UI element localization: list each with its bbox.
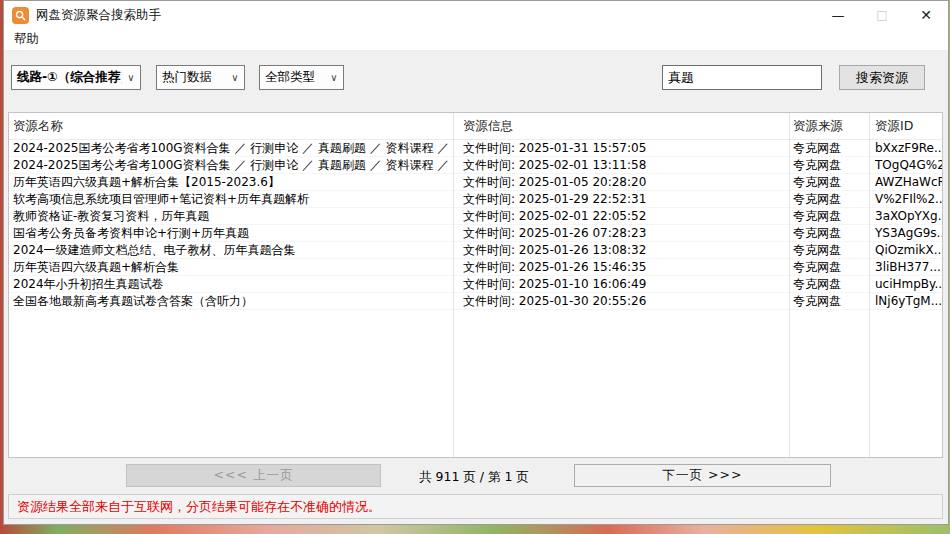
resource-name-cell: 历年英语四六级真题+解析合集 [9, 259, 453, 275]
resource-id-cell: 3liBH377... [869, 259, 942, 275]
pagination-bar: <<< 上一页 共 911 页 / 第 1 页 下一页 >>> [4, 458, 948, 494]
header-resource-info: 资源信息 [453, 118, 789, 135]
resource-source-cell: 夸克网盘 [789, 174, 869, 190]
status-bar: 资源结果全部来自于互联网，分页结果可能存在不准确的情况。 [8, 494, 943, 519]
table-row[interactable]: 2024一级建造师文档总结、电子教材、历年真题合集 文件时间: 2025-01-… [9, 242, 942, 259]
chevron-down-icon: ∨ [122, 72, 140, 83]
chevron-down-icon: ∨ [325, 72, 343, 83]
resource-info-cell: 文件时间: 2025-01-29 22:52:31 [453, 191, 789, 207]
resource-id-cell: V%2FIl%2... [869, 191, 942, 207]
type-select-value: 全部类型 [260, 69, 325, 86]
table-row[interactable]: 国省考公务员备考资料申论+行测+历年真题 文件时间: 2025-01-26 07… [9, 225, 942, 242]
resource-name-cell: 国省考公务员备考资料申论+行测+历年真题 [9, 225, 453, 241]
column-divider [789, 113, 790, 457]
type-select[interactable]: 全部类型 ∨ [259, 65, 344, 90]
data-source-select[interactable]: 热门数据 ∨ [156, 65, 245, 90]
table-row[interactable]: 软考高项信息系统项目管理师+笔记资料+历年真题解析 文件时间: 2025-01-… [9, 191, 942, 208]
resource-info-cell: 文件时间: 2025-01-30 20:55:26 [453, 293, 789, 309]
table-row[interactable]: 2024-2025国考公考省考100G资料合集 ／ 行测申论 ／ 真题刷题 ／ … [9, 157, 942, 174]
resource-source-cell: 夸克网盘 [789, 293, 869, 309]
resource-source-cell: 夸克网盘 [789, 225, 869, 241]
resource-name-cell: 2024-2025国考公考省考100G资料合集 ／ 行测申论 ／ 真题刷题 ／ … [9, 157, 453, 173]
resource-info-cell: 文件时间: 2025-02-01 13:11:58 [453, 157, 789, 173]
window-controls: — □ ✕ [816, 1, 948, 29]
resource-source-cell: 夸克网盘 [789, 242, 869, 258]
next-page-button[interactable]: 下一页 >>> [574, 464, 831, 487]
resource-info-cell: 文件时间: 2025-02-01 22:05:52 [453, 208, 789, 224]
search-button[interactable]: 搜索资源 [839, 65, 925, 90]
app-window: 网盘资源聚合搜索助手 — □ ✕ 帮助 线路-①（综合推荐） ∨ 热门数据 ∨ … [3, 0, 949, 525]
route-select-value: 线路-①（综合推荐） [12, 69, 122, 86]
table-header: 资源名称 资源信息 资源来源 资源ID [9, 113, 942, 140]
header-resource-name: 资源名称 [9, 118, 453, 135]
table-row[interactable]: 2024年小升初招生真题试卷 文件时间: 2025-01-10 16:06:49… [9, 276, 942, 293]
maximize-button[interactable]: □ [860, 1, 904, 29]
table-row[interactable]: 教师资格证-教资复习资料，历年真题 文件时间: 2025-02-01 22:05… [9, 208, 942, 225]
resource-source-cell: 夸克网盘 [789, 191, 869, 207]
resource-name-cell: 软考高项信息系统项目管理师+笔记资料+历年真题解析 [9, 191, 453, 207]
resource-id-cell: bXxzF9Re... [869, 140, 942, 156]
menu-bar: 帮助 [4, 29, 948, 51]
chevron-down-icon: ∨ [226, 72, 244, 83]
resource-info-cell: 文件时间: 2025-01-10 16:06:49 [453, 276, 789, 292]
route-select[interactable]: 线路-①（综合推荐） ∨ [11, 65, 141, 90]
resource-name-cell: 历年英语四六级真题+解析合集【2015-2023.6】 [9, 174, 453, 190]
resource-name-cell: 全国各地最新高考真题试卷含答案（含听力） [9, 293, 453, 309]
resource-name-cell: 教师资格证-教资复习资料，历年真题 [9, 208, 453, 224]
toolbar: 线路-①（综合推荐） ∨ 热门数据 ∨ 全部类型 ∨ 搜索资源 [4, 51, 948, 108]
resource-id-cell: TOgQ4G%2... [869, 157, 942, 173]
table-row[interactable]: 历年英语四六级真题+解析合集【2015-2023.6】 文件时间: 2025-0… [9, 174, 942, 191]
resource-info-cell: 文件时间: 2025-01-26 13:08:32 [453, 242, 789, 258]
table-row[interactable]: 全国各地最新高考真题试卷含答案（含听力） 文件时间: 2025-01-30 20… [9, 293, 942, 310]
title-bar: 网盘资源聚合搜索助手 — □ ✕ [4, 1, 948, 29]
resource-id-cell: YS3AgG9s... [869, 225, 942, 241]
column-divider [869, 113, 870, 457]
resource-info-cell: 文件时间: 2025-01-26 15:46:35 [453, 259, 789, 275]
resource-id-cell: AWZHaWcR... [869, 174, 942, 190]
resource-source-cell: 夸克网盘 [789, 140, 869, 156]
resource-name-cell: 2024年小升初招生真题试卷 [9, 276, 453, 292]
table-row[interactable]: 2024-2025国考公考省考100G资料合集 ／ 行测申论 ／ 真题刷题 ／ … [9, 140, 942, 157]
page-summary: 共 911 页 / 第 1 页 [419, 469, 529, 486]
menu-help[interactable]: 帮助 [7, 31, 46, 48]
search-input[interactable] [662, 65, 822, 90]
resource-info-cell: 文件时间: 2025-01-31 15:57:05 [453, 140, 789, 156]
resource-id-cell: 3aXOpYXg... [869, 208, 942, 224]
app-logo-icon [12, 7, 29, 24]
close-button[interactable]: ✕ [904, 1, 948, 29]
results-table: 资源名称 资源信息 资源来源 资源ID 2024-2025国考公考省考100G资… [8, 112, 943, 458]
resource-info-cell: 文件时间: 2025-01-26 07:28:23 [453, 225, 789, 241]
resource-source-cell: 夸克网盘 [789, 276, 869, 292]
resource-source-cell: 夸克网盘 [789, 208, 869, 224]
minimize-button[interactable]: — [816, 1, 860, 29]
resource-name-cell: 2024-2025国考公考省考100G资料合集 ／ 行测申论 ／ 真题刷题 ／ … [9, 140, 453, 156]
status-notice: 资源结果全部来自于互联网，分页结果可能存在不准确的情况。 [9, 498, 381, 516]
resource-name-cell: 2024一级建造师文档总结、电子教材、历年真题合集 [9, 242, 453, 258]
header-resource-id: 资源ID [869, 118, 942, 135]
window-title: 网盘资源聚合搜索助手 [36, 7, 161, 24]
resource-id-cell: QiOzmikX... [869, 242, 942, 258]
column-divider [453, 113, 454, 457]
resource-source-cell: 夸克网盘 [789, 157, 869, 173]
resource-source-cell: 夸克网盘 [789, 259, 869, 275]
prev-page-button[interactable]: <<< 上一页 [126, 464, 381, 487]
data-source-select-value: 热门数据 [157, 69, 226, 86]
resource-info-cell: 文件时间: 2025-01-05 20:28:20 [453, 174, 789, 190]
header-resource-source: 资源来源 [789, 118, 869, 135]
resource-id-cell: uciHmpBy... [869, 276, 942, 292]
table-row[interactable]: 历年英语四六级真题+解析合集 文件时间: 2025-01-26 15:46:35… [9, 259, 942, 276]
table-body: 2024-2025国考公考省考100G资料合集 ／ 行测申论 ／ 真题刷题 ／ … [9, 140, 942, 310]
resource-id-cell: lNj6yTgM... [869, 293, 942, 309]
